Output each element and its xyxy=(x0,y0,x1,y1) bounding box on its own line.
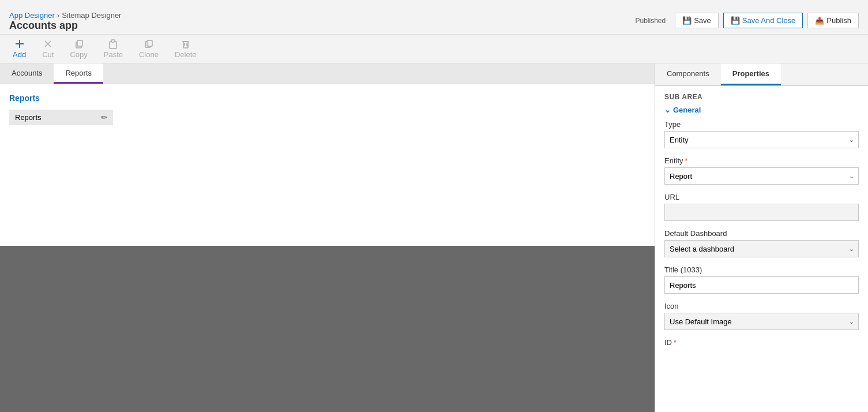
main-layout: Accounts Reports Reports Reports ✏ Compo… xyxy=(0,63,868,412)
panel-tabs: Components Properties xyxy=(655,63,868,86)
edit-icon[interactable]: ✏ xyxy=(101,113,107,122)
svg-rect-3 xyxy=(77,40,82,46)
cut-icon xyxy=(43,39,53,49)
icon-select[interactable]: Use Default Image Custom Image xyxy=(664,313,859,330)
paste-icon xyxy=(108,39,118,49)
tab-reports[interactable]: Reports xyxy=(54,63,103,84)
clone-icon xyxy=(144,39,154,49)
entity-select[interactable]: Report Account Contact xyxy=(664,167,859,185)
type-select-wrapper: Entity Web Resource URL Dashboard ⌄ xyxy=(664,131,859,148)
paste-toolbar-item[interactable]: Paste xyxy=(100,36,126,61)
header-actions: Published 💾 Save 💾 Save And Close 📤 Publ… xyxy=(635,13,859,34)
canvas-content: Reports Reports ✏ xyxy=(0,84,655,246)
cut-toolbar-item[interactable]: Cut xyxy=(39,36,57,61)
svg-rect-7 xyxy=(147,40,152,46)
tab-accounts[interactable]: Accounts xyxy=(0,63,54,84)
breadcrumb-sitemap-designer: Sitemap Designer xyxy=(62,11,121,20)
type-label: Type xyxy=(664,120,859,129)
svg-rect-8 xyxy=(183,42,188,48)
save-button[interactable]: 💾 Save xyxy=(675,13,719,28)
icon-select-wrapper: Use Default Image Custom Image ⌄ xyxy=(664,313,859,330)
save-and-close-button[interactable]: 💾 Save And Close xyxy=(723,13,803,28)
default-dashboard-select[interactable]: Select a dashboard xyxy=(664,240,859,257)
svg-rect-5 xyxy=(111,40,115,42)
id-required-star: * xyxy=(674,339,677,347)
url-label: URL xyxy=(664,193,859,201)
copy-icon xyxy=(74,39,84,49)
breadcrumb-area: App Designer › Sitemap Designer Accounts… xyxy=(9,5,121,34)
url-field-group: URL xyxy=(664,193,859,221)
entity-required-star: * xyxy=(685,157,688,165)
url-input[interactable] xyxy=(664,204,859,221)
entity-field-group: Entity * Report Account Contact ⌄ xyxy=(664,156,859,185)
breadcrumb-app-designer[interactable]: App Designer xyxy=(9,11,55,20)
publish-icon: 📤 xyxy=(815,16,824,25)
publish-button[interactable]: 📤 Publish xyxy=(807,13,859,28)
default-dashboard-select-wrapper: Select a dashboard ⌄ xyxy=(664,240,859,257)
app-title: Accounts app xyxy=(9,20,121,34)
copy-toolbar-item[interactable]: Copy xyxy=(66,36,91,61)
entity-label: Entity * xyxy=(664,156,859,165)
svg-rect-4 xyxy=(110,42,117,48)
chevron-down-icon: ⌄ xyxy=(664,106,671,114)
type-field-group: Type Entity Web Resource URL Dashboard ⌄ xyxy=(664,120,859,148)
add-toolbar-item[interactable]: Add xyxy=(9,36,29,61)
panel-tab-properties[interactable]: Properties xyxy=(721,63,781,85)
breadcrumb: App Designer › Sitemap Designer xyxy=(9,11,121,20)
general-section-header[interactable]: ⌄ General xyxy=(664,106,859,114)
entity-select-wrapper: Report Account Contact ⌄ xyxy=(664,167,859,185)
clone-toolbar-item[interactable]: Clone xyxy=(136,36,162,61)
save-close-icon: 💾 xyxy=(731,16,740,25)
icon-field-group: Icon Use Default Image Custom Image ⌄ xyxy=(664,302,859,330)
icon-label: Icon xyxy=(664,302,859,310)
save-icon: 💾 xyxy=(682,16,692,25)
default-dashboard-field-group: Default Dashboard Select a dashboard ⌄ xyxy=(664,229,859,257)
id-label: ID * xyxy=(664,338,859,347)
panel-content: SUB AREA ⌄ General Type Entity Web Resou… xyxy=(655,86,868,362)
delete-icon xyxy=(181,39,191,49)
default-dashboard-label: Default Dashboard xyxy=(664,229,859,238)
title-label: Title (1033) xyxy=(664,265,859,274)
id-field-group: ID * xyxy=(664,338,859,347)
title-field-group: Title (1033) xyxy=(664,265,859,294)
panel-tab-components[interactable]: Components xyxy=(655,63,721,85)
canvas-area: Accounts Reports Reports Reports ✏ xyxy=(0,63,655,412)
tabs-bar: Accounts Reports xyxy=(0,63,655,84)
right-panel: Components Properties SUB AREA ⌄ General… xyxy=(655,63,868,412)
sub-area-label: SUB AREA xyxy=(664,93,859,101)
top-header: App Designer › Sitemap Designer Accounts… xyxy=(0,0,868,35)
published-label: Published xyxy=(635,17,666,25)
add-icon xyxy=(14,39,25,49)
toolbar: Add Cut Copy Paste Clone xyxy=(0,35,868,63)
type-select[interactable]: Entity Web Resource URL Dashboard xyxy=(664,131,859,148)
subarea-item-label: Reports xyxy=(15,113,42,122)
subarea-item[interactable]: Reports ✏ xyxy=(9,110,113,125)
title-input[interactable] xyxy=(664,276,859,294)
canvas-dark xyxy=(0,246,655,412)
group-label: Reports xyxy=(9,93,645,103)
delete-toolbar-item[interactable]: Delete xyxy=(171,36,200,61)
breadcrumb-separator: › xyxy=(57,11,59,20)
